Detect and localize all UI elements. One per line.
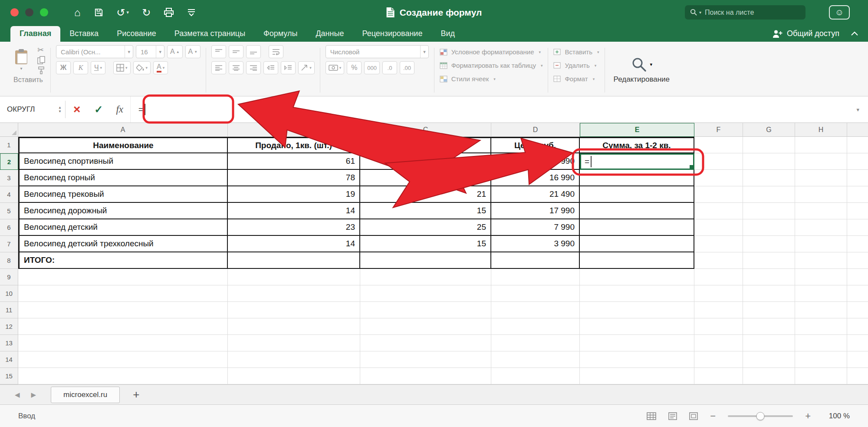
cell-D15[interactable] (491, 368, 580, 384)
cell-D6[interactable]: 7 990 (491, 219, 580, 236)
borders-button[interactable]: ▾ (113, 61, 131, 74)
cell-C15[interactable] (360, 368, 491, 384)
cell-E4[interactable] (580, 186, 694, 203)
next-sheet-icon[interactable]: ▶ (31, 391, 36, 399)
thousands-format-button[interactable]: 000 (364, 61, 380, 74)
cell-F2[interactable] (694, 153, 743, 170)
cell-B15[interactable] (228, 368, 360, 384)
cell-styles-button[interactable]: Стили ячеек ▾ (440, 73, 543, 85)
cell-B12[interactable] (228, 318, 360, 335)
cell-H10[interactable] (795, 285, 847, 302)
cell-E1[interactable]: Сумма, за 1-2 кв. (580, 137, 694, 153)
cell-E5[interactable] (580, 203, 694, 219)
cell-G1[interactable] (743, 137, 795, 153)
decrease-font-button[interactable]: A▼ (185, 45, 201, 58)
bold-button[interactable]: Ж (56, 61, 71, 74)
cell-B13[interactable] (228, 335, 360, 351)
close-window-button[interactable] (10, 8, 19, 17)
tab-razmetka[interactable]: Разметка страницы (165, 26, 254, 42)
row-header-14[interactable]: 14 (0, 351, 18, 368)
cell-E10[interactable] (580, 285, 694, 302)
print-button[interactable] (164, 7, 174, 17)
cell-A4[interactable]: Велосипед трековый (18, 186, 228, 203)
cell-H15[interactable] (795, 368, 847, 384)
align-center-button[interactable] (229, 61, 243, 74)
font-color-dropdown-icon[interactable]: ▾ (163, 66, 165, 70)
cell-G2[interactable] (743, 153, 795, 170)
cell-C9[interactable] (360, 269, 491, 285)
cell-D3[interactable]: 16 990 (491, 170, 580, 186)
format-painter-button[interactable] (37, 66, 45, 74)
percent-format-button[interactable]: % (347, 61, 362, 74)
cell-C2[interactable] (360, 153, 491, 170)
column-header-F[interactable]: F (694, 123, 743, 137)
search-scope-dropdown-icon[interactable]: ▾ (699, 10, 701, 15)
row-header-6[interactable]: 6 (0, 219, 18, 236)
cell-G14[interactable] (743, 351, 795, 368)
row-header-2[interactable]: 2 (0, 153, 18, 170)
cell-F5[interactable] (694, 203, 743, 219)
fill-color-dropdown-icon[interactable]: ▾ (146, 66, 148, 70)
cell-B5[interactable]: 14 (228, 203, 360, 219)
zoom-in-button[interactable]: + (805, 411, 811, 421)
cell-F1[interactable] (694, 137, 743, 153)
conditional-formatting-dropdown-icon[interactable]: ▾ (539, 50, 541, 54)
copy-button[interactable] (37, 56, 45, 64)
conditional-formatting-button[interactable]: Условное форматирование ▾ (440, 46, 543, 58)
cell-B9[interactable] (228, 269, 360, 285)
cell-B6[interactable]: 23 (228, 219, 360, 236)
cell-G8[interactable] (743, 252, 795, 269)
cell-F10[interactable] (694, 285, 743, 302)
format-cells-button[interactable]: Формат ▾ (553, 73, 599, 85)
cell-C6[interactable]: 25 (360, 219, 491, 236)
name-box[interactable]: ОКРУГЛ ▲▼ (0, 96, 65, 122)
cell-A15[interactable] (18, 368, 228, 384)
decrease-decimal-button[interactable]: .00 (400, 61, 414, 74)
cell-C10[interactable] (360, 285, 491, 302)
cell-E7[interactable] (580, 236, 694, 252)
column-header-H[interactable]: H (795, 123, 847, 137)
cell-D4[interactable]: 21 490 (491, 186, 580, 203)
cell-A7[interactable]: Велосипед детский трехколесный (18, 236, 228, 252)
save-button[interactable] (94, 7, 104, 17)
row-header-4[interactable]: 4 (0, 186, 18, 203)
increase-decimal-button[interactable]: .0 (382, 61, 397, 74)
cell-E8[interactable] (580, 252, 694, 269)
decrease-indent-button[interactable] (263, 61, 278, 74)
cell-A1[interactable]: Наименование (18, 137, 228, 153)
row-header-5[interactable]: 5 (0, 203, 18, 219)
cell-F3[interactable] (694, 170, 743, 186)
cell-A9[interactable] (18, 269, 228, 285)
tab-recenzirovanie[interactable]: Рецензирование (353, 26, 431, 42)
row-header-3[interactable]: 3 (0, 170, 18, 186)
align-bottom-button[interactable] (246, 45, 261, 58)
cell-E6[interactable] (580, 219, 694, 236)
cell-A3[interactable]: Велосипед горный (18, 170, 228, 186)
cell-H14[interactable] (795, 351, 847, 368)
zoom-slider[interactable] (728, 415, 793, 417)
delete-cells-button[interactable]: Удалить ▾ (553, 60, 599, 71)
sheet-tab-active[interactable]: microexcel.ru (51, 387, 120, 403)
find-select-button[interactable]: ▾ (631, 57, 653, 73)
cell-H9[interactable] (795, 269, 847, 285)
column-header-C[interactable]: C (360, 123, 491, 137)
cell-A6[interactable]: Велосипед детский (18, 219, 228, 236)
cell-G10[interactable] (743, 285, 795, 302)
column-header-A[interactable]: A (18, 123, 228, 137)
cell-A14[interactable] (18, 351, 228, 368)
cancel-entry-button[interactable]: × (66, 103, 88, 116)
minimize-window-button[interactable] (25, 8, 33, 17)
cell-D7[interactable]: 3 990 (491, 236, 580, 252)
name-box-stepper[interactable]: ▲▼ (58, 106, 62, 113)
cell-E11[interactable] (580, 302, 694, 318)
page-layout-view-icon[interactable] (668, 412, 677, 420)
font-family-dropdown-icon[interactable]: ▾ (125, 46, 133, 58)
cell-A10[interactable] (18, 285, 228, 302)
cell-C8[interactable] (360, 252, 491, 269)
row-header-10[interactable]: 10 (0, 285, 18, 302)
zoom-out-button[interactable]: − (710, 411, 716, 421)
add-sheet-button[interactable]: + (133, 388, 139, 401)
collapse-ribbon-icon[interactable] (851, 31, 858, 36)
cell-C7[interactable]: 15 (360, 236, 491, 252)
share-button[interactable]: Общий доступ (772, 29, 839, 38)
